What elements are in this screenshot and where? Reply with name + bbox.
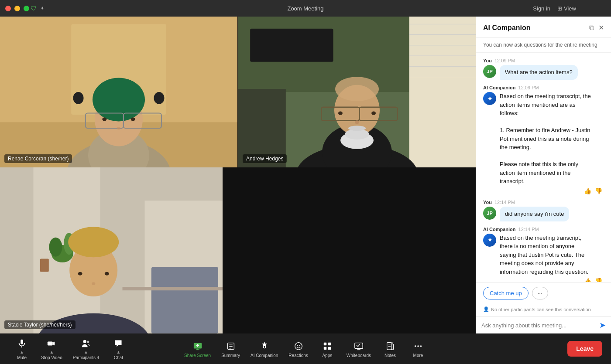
whiteboards-button[interactable]: Whiteboards xyxy=(342,337,375,361)
notes-button[interactable]: Notes xyxy=(377,337,403,361)
star-icon: ✦ xyxy=(40,5,45,11)
ai-companion-panel: AI Companion ⧉ ✕ You can now ask questio… xyxy=(476,17,611,333)
window-controls xyxy=(5,6,29,11)
reactions-label: Reactions xyxy=(288,353,308,358)
external-link-icon[interactable]: ⧉ xyxy=(589,24,594,32)
participant-name-stacie: Stacie Taylor (she/her/hers) xyxy=(4,320,76,329)
ai-panel-title: AI Companion xyxy=(483,24,530,32)
mute-button[interactable]: ▲ Mute xyxy=(9,335,35,363)
user-bubble-2: did anyone say i'm cute xyxy=(500,207,569,221)
summary-button[interactable]: Summary xyxy=(217,337,244,361)
user-avatar-2: JP xyxy=(483,207,496,220)
svg-rect-17 xyxy=(409,17,476,167)
chat-label: Chat xyxy=(114,355,123,360)
apps-button[interactable]: Apps xyxy=(314,337,340,361)
notes-label: Notes xyxy=(384,353,396,358)
svg-point-6 xyxy=(93,78,145,121)
svg-rect-55 xyxy=(48,341,53,345)
thumbs-down-1[interactable]: 👎 xyxy=(595,187,602,194)
room-background-stacie xyxy=(0,167,223,333)
ai-companion-label: AI Companion xyxy=(251,353,278,358)
privacy-icon: 👤 xyxy=(483,306,489,312)
svg-rect-69 xyxy=(324,342,326,345)
thumbs-up-1[interactable]: 👍 xyxy=(584,187,591,194)
send-button[interactable]: ➤ xyxy=(599,320,606,330)
svg-point-65 xyxy=(263,346,266,348)
more-label: More xyxy=(413,353,423,358)
svg-rect-47 xyxy=(123,287,223,290)
maximize-button[interactable] xyxy=(24,6,29,11)
close-button[interactable] xyxy=(5,6,11,11)
participants-button[interactable]: ▲ Participants 4 xyxy=(69,335,104,363)
more-options-button[interactable]: ··· xyxy=(532,287,548,299)
msg-time-1: 12:09 PM xyxy=(494,58,515,63)
msg-meta-4: AI Companion 12:14 PM xyxy=(483,227,604,232)
toolbar-center: Share Screen Summary AI Companion Reacti… xyxy=(180,337,431,361)
reactions-button[interactable]: Reactions xyxy=(284,337,312,361)
ai-bubble-1: Based on the meeting transcript, the act… xyxy=(500,92,591,186)
msg-meta-1: You 12:09 PM xyxy=(483,58,604,63)
msg-row-4: ✦ Based on the meeting transcript, there… xyxy=(483,234,604,276)
share-screen-icon xyxy=(193,340,203,352)
svg-point-9 xyxy=(102,117,106,121)
msg-sender-1: You xyxy=(483,58,492,63)
close-panel-icon[interactable]: ✕ xyxy=(598,24,604,32)
svg-point-32 xyxy=(348,126,366,131)
sign-in-button[interactable]: Sign in xyxy=(533,5,550,12)
share-screen-button[interactable]: Share Screen xyxy=(180,337,215,361)
notes-icon xyxy=(385,340,395,352)
svg-point-56 xyxy=(83,340,86,343)
thumbs-down-2[interactable]: 👎 xyxy=(595,278,602,282)
thumbs-up-2[interactable]: 👍 xyxy=(584,278,591,282)
msg-row-3: JP did anyone say i'm cute xyxy=(483,207,604,221)
video-tile-renae: Renae Corcoran (she/her) xyxy=(0,17,237,167)
ai-companion-button[interactable]: AI Companion xyxy=(246,337,282,361)
ai-privacy-note: 👤 No other participants can see this con… xyxy=(476,304,611,316)
msg-time-3: 12:14 PM xyxy=(494,200,515,205)
minimize-button[interactable] xyxy=(14,6,20,11)
video-grid-bottom: Stacie Taylor (she/her/hers) xyxy=(0,167,476,333)
ai-chat-input[interactable] xyxy=(481,322,596,329)
video-icon xyxy=(47,337,56,350)
whiteboards-icon xyxy=(354,340,364,352)
title-bar-status: 🛡 ✦ xyxy=(31,5,45,12)
msg-meta-2: AI Companion 12:09 PM xyxy=(483,85,604,90)
catch-me-up-button[interactable]: Catch me up xyxy=(483,287,529,299)
video-tile-andrew: Andrew Hedges xyxy=(238,17,476,167)
share-screen-label: Share Screen xyxy=(184,353,211,358)
leave-button[interactable]: Leave xyxy=(567,341,602,357)
participants-icon xyxy=(81,337,91,350)
apps-label: Apps xyxy=(322,353,332,358)
summary-icon xyxy=(226,340,236,352)
message-group-1: You 12:09 PM JP What are the action item… xyxy=(483,58,604,80)
svg-point-68 xyxy=(299,345,300,346)
video-tile-stacie: Stacie Taylor (she/her/hers) xyxy=(0,167,223,333)
svg-point-80 xyxy=(415,345,416,347)
svg-point-29 xyxy=(335,77,379,101)
svg-rect-42 xyxy=(40,259,49,272)
chat-button[interactable]: ▲ Chat xyxy=(105,335,131,363)
msg-time-2: 12:09 PM xyxy=(518,85,539,90)
svg-rect-71 xyxy=(324,347,326,349)
toolbar-left: ▲ Mute ▲ Stop Video ▲ Participants 4 xyxy=(9,335,131,363)
stop-video-button[interactable]: ▲ Stop Video xyxy=(37,335,67,363)
ai-messages-container: You 12:09 PM JP What are the action item… xyxy=(476,53,611,282)
ai-avatar-1: ✦ xyxy=(483,92,496,105)
room-background-andrew xyxy=(238,17,476,167)
chat-icon xyxy=(113,337,123,350)
msg-time-4: 12:14 PM xyxy=(518,227,539,232)
view-button[interactable]: ⊞ View xyxy=(557,5,576,12)
svg-point-38 xyxy=(355,120,359,124)
svg-rect-70 xyxy=(328,342,331,345)
more-button[interactable]: More xyxy=(405,337,431,361)
stop-video-label: Stop Video xyxy=(41,355,62,360)
svg-point-33 xyxy=(338,112,343,115)
shield-icon: 🛡 xyxy=(31,5,37,12)
summary-label: Summary xyxy=(221,353,240,358)
message-group-2: AI Companion 12:09 PM ✦ Based on the mee… xyxy=(483,85,604,194)
svg-rect-72 xyxy=(328,347,331,349)
mic-icon xyxy=(17,337,27,350)
feedback-row-2: 👍 👎 xyxy=(483,278,604,282)
reactions-icon xyxy=(294,340,303,352)
app-title: Zoom Meeting xyxy=(287,5,323,12)
